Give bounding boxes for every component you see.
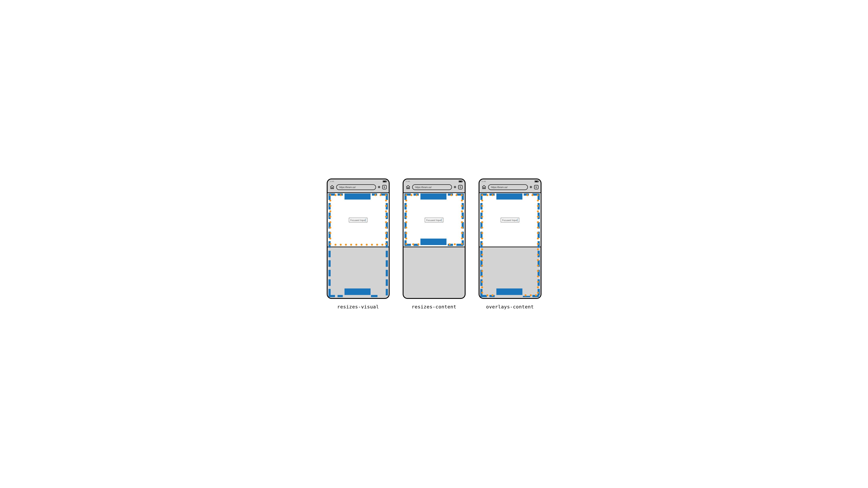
status-time: 11:45	[482, 181, 486, 183]
footer-element	[421, 238, 446, 245]
diagram-stage: 11:45 https://bram.us/ + 5	[318, 170, 550, 318]
header-element	[421, 193, 446, 199]
viewport: Focused Input	[479, 192, 540, 298]
header-element	[496, 193, 522, 199]
url-text: https://bram.us/	[491, 186, 508, 189]
column-resizes-content: 11:45 https://bram.us/ + 5	[403, 178, 466, 310]
text-cursor	[441, 219, 442, 222]
tab-count-badge[interactable]: 5	[382, 185, 386, 189]
battery-icon	[534, 181, 538, 183]
status-time: 11:45	[330, 181, 334, 183]
phone-mockup: 11:45 https://bram.us/ + 5	[478, 178, 541, 299]
status-time: 11:45	[406, 181, 410, 183]
keyboard-divider	[328, 247, 389, 247]
browser-toolbar: https://bram.us/ + 5	[479, 183, 540, 192]
input-label: Focused Input	[350, 219, 366, 222]
header-element	[344, 193, 371, 199]
text-cursor	[366, 219, 366, 222]
input-label: Focused Input	[502, 219, 518, 222]
url-text: https://bram.us/	[415, 186, 432, 189]
input-label: Focused Input	[426, 219, 441, 222]
viewport: Focused Input	[404, 192, 465, 298]
url-bar[interactable]: https://bram.us/	[488, 184, 528, 190]
keyboard-divider	[404, 247, 465, 247]
keyboard-divider	[479, 247, 540, 247]
footer-element	[496, 289, 522, 295]
url-text: https://bram.us/	[339, 186, 356, 189]
url-bar[interactable]: https://bram.us/	[412, 184, 452, 190]
column-overlays-content: 11:45 https://bram.us/ + 5	[478, 178, 541, 310]
browser-toolbar: https://bram.us/ + 5	[404, 183, 465, 192]
status-bar: 11:45	[404, 180, 465, 183]
new-tab-icon[interactable]: +	[530, 185, 532, 190]
caption: overlays-content	[486, 304, 534, 310]
new-tab-icon[interactable]: +	[454, 185, 457, 190]
caption: resizes-content	[411, 304, 456, 310]
home-icon[interactable]	[330, 185, 335, 190]
tab-count-badge[interactable]: 5	[458, 185, 463, 189]
browser-toolbar: https://bram.us/ + 5	[328, 183, 389, 192]
viewport: Focused Input	[328, 192, 389, 298]
url-bar[interactable]: https://bram.us/	[336, 184, 376, 190]
phone-mockup: 11:45 https://bram.us/ + 5	[403, 178, 466, 299]
focused-input[interactable]: Focused Input	[349, 218, 368, 222]
column-resizes-visual: 11:45 https://bram.us/ + 5	[327, 178, 390, 310]
caption: resizes-visual	[337, 304, 379, 310]
battery-icon	[383, 181, 386, 183]
home-icon[interactable]	[482, 185, 486, 190]
focused-input[interactable]: Focused Input	[501, 218, 519, 222]
phone-mockup: 11:45 https://bram.us/ + 5	[327, 178, 390, 299]
status-bar: 11:45	[328, 180, 389, 183]
status-bar: 11:45	[479, 180, 540, 183]
tab-count-badge[interactable]: 5	[534, 185, 538, 189]
footer-element	[344, 289, 371, 295]
focused-input[interactable]: Focused Input	[425, 218, 443, 222]
battery-icon	[459, 181, 463, 183]
new-tab-icon[interactable]: +	[378, 185, 380, 190]
home-icon[interactable]	[406, 185, 410, 190]
